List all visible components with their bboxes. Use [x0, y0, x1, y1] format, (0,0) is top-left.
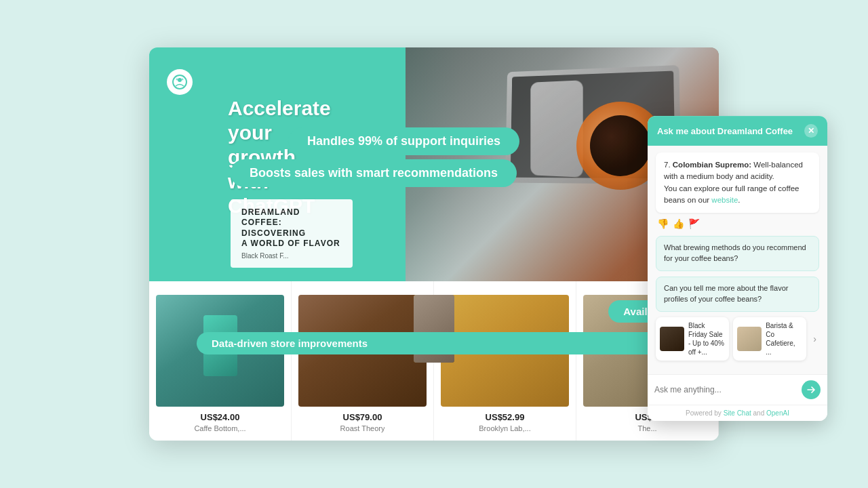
product-price-2: US$79.00	[343, 412, 382, 422]
chatgpt-logo-icon	[167, 69, 193, 95]
openai-link[interactable]: OpenAI	[766, 409, 789, 417]
product-price-3: US$52.99	[486, 412, 525, 422]
suggestion-text-1: Black Friday Sale - Up to 40% off +...	[688, 321, 725, 357]
product-name-4: The...	[637, 424, 656, 432]
footer-and-text: and	[751, 409, 766, 417]
svg-point-3	[182, 79, 184, 81]
flag-icon[interactable]: 🚩	[688, 218, 700, 229]
chat-header-title: Ask me about Dreamland Coffee	[657, 126, 793, 136]
suggestion-text-2: Barista & Co Cafetiere, ...	[766, 321, 802, 357]
main-content: Accelerate your growth with ChatGPT Hand…	[149, 47, 719, 441]
chevron-right-icon[interactable]: ›	[810, 317, 819, 361]
products-section: US$24.00 Caffe Bottom,... US$79.00 Roast…	[149, 281, 719, 441]
chat-widget: Ask me about Dreamland Coffee ✕ 7. Colom…	[648, 116, 827, 421]
chat-user-message-2: Can you tell me more about the flavor pr…	[656, 277, 819, 312]
book-subtitle: Black Roast F...	[241, 252, 342, 260]
suggestion-image-1	[660, 327, 684, 351]
product-card-2[interactable]: US$79.00 Roast Theory	[292, 281, 434, 441]
chat-user-message-1: What brewing methods do you recommend fo…	[656, 236, 819, 271]
hero-section: Accelerate your growth with ChatGPT Hand…	[149, 47, 719, 281]
hero-badge-sales: Boosts sales with smart recommendations	[231, 159, 517, 187]
chat-header: Ask me about Dreamland Coffee ✕	[648, 116, 827, 146]
suggestion-card-1[interactable]: Black Friday Sale - Up to 40% off +...	[656, 317, 729, 361]
close-icon[interactable]: ✕	[804, 124, 818, 138]
send-button[interactable]	[802, 380, 821, 399]
message-cta: You can explore our full range of coffee…	[664, 184, 799, 204]
product-name-2: Roast Theory	[340, 424, 385, 432]
chat-bot-message: 7. Colombian Supremo: Well-balanced with…	[656, 152, 819, 213]
thumbs-down-icon[interactable]: 👎	[657, 218, 669, 229]
chat-input[interactable]	[654, 385, 796, 394]
hero-phone-image	[530, 80, 583, 178]
website-link[interactable]: website	[711, 196, 738, 204]
svg-point-1	[178, 78, 182, 82]
suggestion-card-2[interactable]: Barista & Co Cafetiere, ...	[733, 317, 806, 361]
book-title: DREAMLAND COFFEE:DISCOVERINGA WORLD OF F…	[241, 207, 342, 249]
product-name-3: Brooklyn Lab,...	[479, 424, 530, 432]
sitechat-link[interactable]: Site Chat	[724, 409, 751, 417]
svg-point-2	[176, 79, 178, 81]
thumbs-up-icon[interactable]: 👍	[673, 218, 684, 229]
hero-branding: Accelerate your growth with ChatGPT	[167, 69, 198, 95]
chat-body: 7. Colombian Supremo: Well-balanced with…	[648, 146, 827, 374]
footer-powered-text: Powered by	[686, 409, 724, 417]
message-number: 7.	[664, 161, 673, 169]
hero-book-block: DREAMLAND COFFEE:DISCOVERINGA WORLD OF F…	[231, 199, 353, 268]
product-name-1: Caffe Bottom,...	[194, 424, 245, 432]
chat-suggestions: Black Friday Sale - Up to 40% off +... B…	[656, 317, 819, 361]
suggestion-image-2	[737, 327, 762, 351]
hero-badge-support: Handles 99% of support inquiries	[288, 127, 519, 155]
product-price-1: US$24.00	[201, 412, 240, 422]
product-badge-data: Data-driven store improvements	[197, 332, 719, 354]
product-card-1[interactable]: US$24.00 Caffe Bottom,...	[149, 281, 292, 441]
chat-input-area	[648, 374, 827, 405]
chat-reactions: 👎 👍 🚩	[656, 218, 819, 229]
product-card-3[interactable]: US$52.99 Brooklyn Lab,...	[434, 281, 576, 441]
message-product-name: Colombian Supremo:	[673, 161, 751, 169]
chat-footer: Powered by Site Chat and OpenAI	[648, 405, 827, 421]
